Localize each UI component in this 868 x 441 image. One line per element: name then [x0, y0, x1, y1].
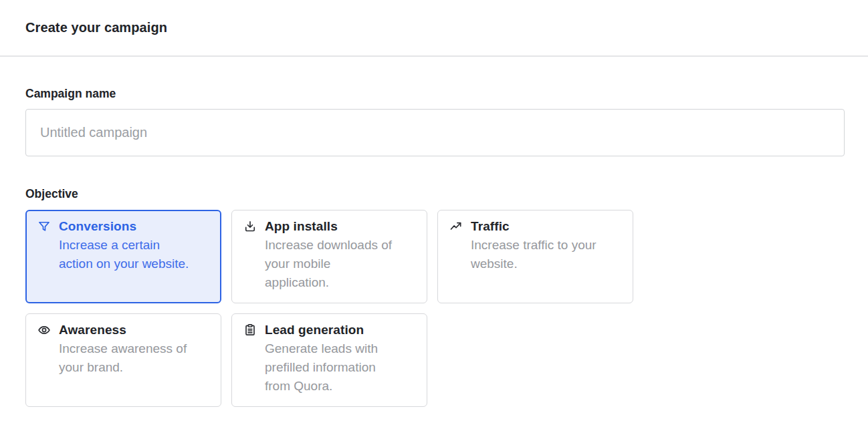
objective-card-description: Increase awareness of your brand.	[59, 339, 191, 377]
objective-card-title: Traffic	[471, 219, 510, 234]
objective-card-title: Conversions	[59, 219, 136, 234]
objective-card-title: Awareness	[59, 323, 126, 337]
objective-label: Objective	[25, 187, 845, 201]
campaign-name-label: Campaign name	[25, 87, 845, 101]
objective-card-description: Increase downloads of your mobile applic…	[265, 236, 397, 292]
objective-card-description: Increase traffic to your website.	[471, 236, 603, 273]
objective-card-description: Increase a certain action on your websit…	[59, 236, 191, 273]
create-campaign-page: Create your campaign Campaign name Objec…	[0, 0, 868, 441]
page-header: Create your campaign	[0, 0, 868, 57]
objective-card-head: Lead generation	[243, 323, 416, 337]
page-title: Create your campaign	[25, 20, 167, 35]
objective-card-app-installs[interactable]: App installs Increase downloads of your …	[231, 210, 427, 303]
eye-icon	[37, 323, 51, 337]
objective-card-lead-generation[interactable]: Lead generation Generate leads with pref…	[231, 313, 427, 407]
objective-card-head: Awareness	[37, 323, 210, 337]
objective-card-title: App installs	[265, 219, 338, 234]
objective-card-traffic[interactable]: Traffic Increase traffic to your website…	[437, 210, 633, 303]
objective-card-awareness[interactable]: Awareness Increase awareness of your bra…	[25, 313, 221, 407]
objective-card-head: Conversions	[37, 219, 210, 234]
campaign-name-input[interactable]	[25, 109, 845, 156]
objective-card-conversions[interactable]: Conversions Increase a certain action on…	[25, 210, 221, 303]
funnel-icon	[37, 220, 51, 233]
download-icon	[243, 220, 257, 233]
objective-grid: Conversions Increase a certain action on…	[25, 210, 845, 407]
objective-card-title: Lead generation	[265, 323, 364, 337]
clipboard-icon	[243, 323, 257, 337]
objective-card-head: Traffic	[449, 219, 622, 234]
campaign-form: Campaign name Objective Conversions Incr…	[0, 87, 868, 407]
objective-card-head: App installs	[243, 219, 416, 234]
trending-up-icon	[449, 220, 463, 233]
objective-card-description: Generate leads with prefilled informatio…	[265, 339, 397, 396]
